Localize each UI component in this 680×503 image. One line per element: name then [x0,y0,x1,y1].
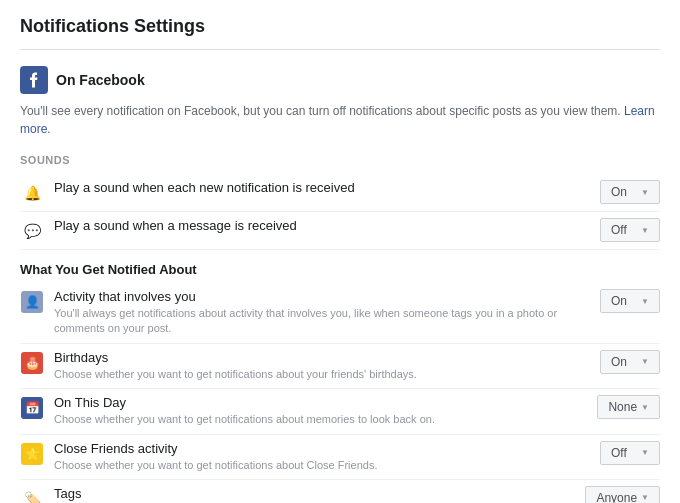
sound-message-row: 💬 Play a sound when a message is receive… [20,212,660,250]
onthisday-content: 📅 On This Day Choose whether you want to… [20,395,581,427]
sound-message-control: Off ▼ [600,218,660,242]
tags-icon: 🏷️ [20,487,44,503]
on-facebook-description: You'll see every notification on Faceboo… [20,102,660,138]
closefriends-control: Off ▼ [600,441,660,465]
closefriends-name: Close Friends activity [54,441,584,456]
setting-row-birthdays: 🎂 Birthdays Choose whether you want to g… [20,344,660,389]
onthisday-name: On This Day [54,395,581,410]
sound-notification-dropdown[interactable]: On ▼ [600,180,660,204]
sound-message-text: Play a sound when a message is received [54,218,584,233]
closefriends-icon: ⭐ [20,442,44,466]
facebook-icon [20,66,48,94]
onthisday-text-block: On This Day Choose whether you want to g… [54,395,581,427]
onthisday-desc: Choose whether you want to get notificat… [54,412,581,427]
page-container: Notifications Settings On Facebook You'l… [0,0,680,503]
sound-message-label: Play a sound when a message is received [54,218,297,233]
fb-logo [20,66,48,94]
sounds-label: SOUNDS [20,154,660,166]
activity-text-block: Activity that involves you You'll always… [54,289,584,337]
tags-content: 🏷️ Tags Get notifications when you're ta… [20,486,569,503]
setting-row-tags: 🏷️ Tags Get notifications when you're ta… [20,480,660,503]
chevron-down-icon: ▼ [641,357,649,366]
activity-dropdown[interactable]: On ▼ [600,289,660,313]
tags-dropdown[interactable]: Anyone ▼ [585,486,660,503]
chevron-down-icon: ▼ [641,188,649,197]
closefriends-dropdown[interactable]: Off ▼ [600,441,660,465]
closefriends-text-block: Close Friends activity Choose whether yo… [54,441,584,473]
sound-message-content: 💬 Play a sound when a message is receive… [20,218,584,243]
closefriends-content: ⭐ Close Friends activity Choose whether … [20,441,584,473]
birthdays-control: On ▼ [600,350,660,374]
birthdays-icon: 🎂 [20,351,44,375]
chevron-down-icon: ▼ [641,448,649,457]
sound-notification-row: 🔔 Play a sound when each new notificatio… [20,174,660,212]
page-title: Notifications Settings [20,16,660,37]
birthdays-desc: Choose whether you want to get notificat… [54,367,584,382]
chevron-down-icon: ▼ [641,403,649,412]
chevron-down-icon: ▼ [641,226,649,235]
setting-row-activity: 👤 Activity that involves you You'll alwa… [20,283,660,344]
birthdays-text-block: Birthdays Choose whether you want to get… [54,350,584,382]
setting-row-onthisday: 📅 On This Day Choose whether you want to… [20,389,660,434]
sounds-section: SOUNDS 🔔 Play a sound when each new noti… [20,154,660,250]
setting-row-closefriends: ⭐ Close Friends activity Choose whether … [20,435,660,480]
tags-control: Anyone ▼ [585,486,660,503]
onthisday-dropdown[interactable]: None ▼ [597,395,660,419]
activity-icon: 👤 [20,290,44,314]
section-header: On Facebook [20,66,660,94]
sound-notification-label: Play a sound when each new notification … [54,180,355,195]
activity-control: On ▼ [600,289,660,313]
chevron-down-icon: ▼ [641,297,649,306]
birthdays-dropdown[interactable]: On ▼ [600,350,660,374]
onthisday-icon: 📅 [20,396,44,420]
activity-name: Activity that involves you [54,289,584,304]
activity-desc: You'll always get notifications about ac… [54,306,584,337]
sound-message-dropdown[interactable]: Off ▼ [600,218,660,242]
sound-notification-icon: 🔔 [20,181,44,205]
tags-name: Tags [54,486,569,501]
tags-text-block: Tags Get notifications when you're tagge… [54,486,569,503]
notification-items-list: 👤 Activity that involves you You'll alwa… [20,283,660,503]
chevron-down-icon: ▼ [641,493,649,502]
sound-notification-control: On ▼ [600,180,660,204]
birthdays-name: Birthdays [54,350,584,365]
on-facebook-section: On Facebook You'll see every notificatio… [20,66,660,138]
sound-message-icon: 💬 [20,219,44,243]
divider [20,49,660,50]
activity-content: 👤 Activity that involves you You'll alwa… [20,289,584,337]
what-notified-label: What You Get Notified About [20,262,660,277]
sound-notification-content: 🔔 Play a sound when each new notificatio… [20,180,584,205]
on-facebook-title: On Facebook [56,72,145,88]
closefriends-desc: Choose whether you want to get notificat… [54,458,584,473]
onthisday-control: None ▼ [597,395,660,419]
birthdays-content: 🎂 Birthdays Choose whether you want to g… [20,350,584,382]
sound-notification-text: Play a sound when each new notification … [54,180,584,195]
